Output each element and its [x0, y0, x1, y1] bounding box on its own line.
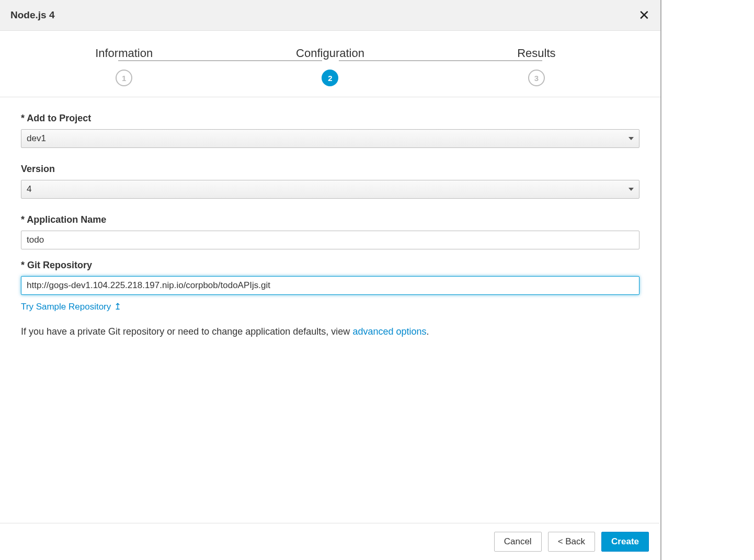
git-repository-input[interactable] — [21, 276, 639, 295]
back-button[interactable]: < Back — [548, 532, 595, 552]
wizard-steps: Information 1 Configuration 2 Results 3 — [0, 31, 660, 97]
close-icon[interactable]: ✕ — [638, 8, 650, 22]
step-information[interactable]: Information 1 — [21, 47, 227, 86]
field-label: * Git Repository — [21, 260, 639, 271]
dialog-title: Node.js 4 — [10, 9, 54, 21]
advanced-options-link[interactable]: advanced options — [352, 326, 426, 337]
field-label: Version — [21, 164, 639, 175]
select-value: 4 — [27, 184, 31, 195]
field-label: * Application Name — [21, 214, 639, 225]
field-add-to-project: * Add to Project dev1 — [21, 113, 639, 148]
version-select[interactable]: 4 — [21, 180, 639, 199]
chevron-down-icon — [629, 188, 634, 191]
application-name-input[interactable] — [21, 231, 639, 249]
step-number-icon: 1 — [116, 70, 132, 86]
step-configuration[interactable]: Configuration 2 — [227, 47, 433, 86]
field-git-repository: * Git Repository Try Sample Repository ↥… — [21, 260, 639, 339]
cancel-button[interactable]: Cancel — [494, 532, 542, 552]
field-application-name: * Application Name — [21, 214, 639, 249]
form: * Add to Project dev1 Version 4 * Applic… — [0, 97, 660, 365]
step-number-icon: 3 — [528, 70, 545, 86]
field-label: * Add to Project — [21, 113, 639, 124]
field-version: Version 4 — [21, 164, 639, 199]
external-link-icon: ↥ — [114, 301, 121, 312]
help-text: If you have a private Git repository or … — [21, 325, 639, 339]
select-value: dev1 — [27, 133, 46, 144]
dialog: Node.js 4 ✕ Information 1 Configuration … — [0, 0, 661, 560]
step-results[interactable]: Results 3 — [433, 47, 639, 86]
title-bar: Node.js 4 ✕ — [0, 0, 660, 31]
chevron-down-icon — [629, 137, 634, 140]
create-button[interactable]: Create — [601, 532, 649, 552]
project-select[interactable]: dev1 — [21, 129, 639, 148]
try-sample-repository-link[interactable]: Try Sample Repository ↥ — [21, 301, 121, 312]
dialog-footer: Cancel < Back Create — [0, 523, 659, 560]
step-connector — [339, 60, 542, 61]
step-connector — [118, 60, 322, 61]
step-number-icon: 2 — [322, 70, 338, 86]
